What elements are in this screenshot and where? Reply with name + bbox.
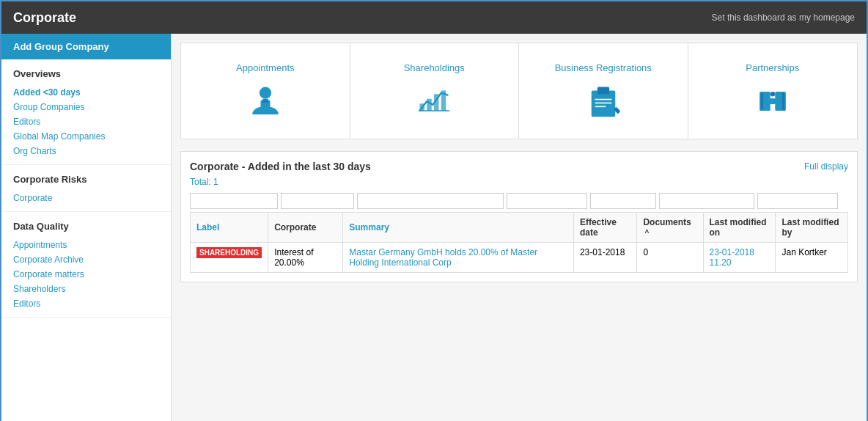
col-last-modified-by: Last modified by <box>776 213 848 243</box>
cell-last-modified-on: 23-01-2018 11.20 <box>703 243 776 273</box>
appointments-label: Appointments <box>236 62 295 73</box>
sidebar-section-corporate-risks: Corporate Risks Corporate <box>1 165 171 212</box>
sort-arrow-icon: ^ <box>644 229 649 237</box>
col-last-modified-on: Last modified on <box>703 213 776 243</box>
person-icon <box>246 82 284 120</box>
sidebar-item-corporate-matters[interactable]: Corporate matters <box>13 267 159 282</box>
shareholding-badge: SHAREHOLDING <box>196 247 262 258</box>
col-documents[interactable]: Documents ^ <box>637 213 703 243</box>
table-row: SHAREHOLDING Interest of 20.00% Mastar G… <box>191 243 848 273</box>
table-header: Label Corporate Summary Effective date D… <box>191 213 848 243</box>
shareholdings-label: Shareholdings <box>404 62 465 73</box>
table-title: Corporate - Added in the last 30 days <box>190 161 371 172</box>
filter-summary[interactable] <box>357 193 504 209</box>
sidebar-item-editors-overviews[interactable]: Editors <box>13 114 159 129</box>
svg-rect-13 <box>595 106 606 107</box>
quick-link-business-registrations[interactable]: Business Registrations <box>519 43 688 139</box>
cell-label: SHAREHOLDING <box>191 243 268 273</box>
sidebar-item-editors-dq[interactable]: Editors <box>13 296 159 311</box>
filter-documents[interactable] <box>590 193 656 209</box>
svg-rect-10 <box>597 87 609 94</box>
col-summary: Summary <box>343 213 574 243</box>
sidebar: Add Group Company Overviews Added <30 da… <box>1 34 172 421</box>
sidebar-item-shareholders[interactable]: Shareholders <box>13 282 159 296</box>
filter-effective-date[interactable] <box>507 193 587 209</box>
filter-last-modified-on[interactable] <box>659 193 754 209</box>
sidebar-item-group-companies[interactable]: Group Companies <box>13 100 159 114</box>
table-section: Corporate - Added in the last 30 days Fu… <box>180 151 858 282</box>
content-area: Appointments Shareholdings <box>172 34 867 421</box>
col-label: Label <box>191 213 268 243</box>
full-display-link[interactable]: Full display <box>804 161 848 172</box>
clipboard-icon <box>584 82 622 120</box>
svg-rect-6 <box>434 94 439 111</box>
data-quality-title: Data Quality <box>13 221 159 232</box>
svg-rect-7 <box>441 90 446 111</box>
sidebar-item-appointments-dq[interactable]: Appointments <box>13 238 159 252</box>
sidebar-item-corporate-archive[interactable]: Corporate Archive <box>13 252 159 267</box>
sidebar-section-data-quality: Data Quality Appointments Corporate Arch… <box>1 212 171 318</box>
total-row: Total: 1 <box>190 177 848 187</box>
add-group-company-button[interactable]: Add Group Company <box>1 34 171 59</box>
svg-rect-18 <box>761 92 763 109</box>
filter-last-modified-by[interactable] <box>757 193 838 209</box>
sidebar-item-org-charts[interactable]: Org Charts <box>13 144 159 158</box>
sidebar-section-overviews: Overviews Added <30 days Group Companies… <box>1 59 171 165</box>
svg-rect-5 <box>427 98 433 110</box>
svg-point-20 <box>770 92 776 97</box>
svg-rect-12 <box>595 102 611 103</box>
handshake-icon <box>754 82 792 120</box>
total-value: 1 <box>213 177 218 187</box>
col-effective-date: Effective date <box>573 213 636 243</box>
overviews-section-title: Overviews <box>13 68 159 79</box>
chart-icon <box>415 82 453 120</box>
quick-link-partnerships[interactable]: Partnerships <box>688 43 858 139</box>
app-header: Corporate Set this dashboard as my homep… <box>1 1 867 34</box>
svg-rect-19 <box>782 92 784 109</box>
sidebar-item-added-30-days[interactable]: Added <30 days <box>13 85 159 100</box>
business-registrations-label: Business Registrations <box>555 62 652 73</box>
cell-documents: 0 <box>637 243 703 273</box>
cell-summary: Mastar Germany GmbH holds 20.00% of Mast… <box>343 243 574 273</box>
corporate-risks-title: Corporate Risks <box>13 174 159 185</box>
svg-point-0 <box>260 87 271 98</box>
homepage-link[interactable]: Set this dashboard as my homepage <box>712 12 855 23</box>
quick-link-shareholdings[interactable]: Shareholdings <box>350 43 520 139</box>
sidebar-item-global-map[interactable]: Global Map Companies <box>13 129 159 144</box>
cell-corporate: Interest of 20.00% <box>268 243 343 273</box>
table-header-row: Corporate - Added in the last 30 days Fu… <box>190 161 848 172</box>
sidebar-item-corporate-risks[interactable]: Corporate <box>13 191 159 205</box>
svg-rect-4 <box>420 103 425 111</box>
quick-link-appointments[interactable]: Appointments <box>181 43 350 139</box>
filter-corporate[interactable] <box>281 193 354 209</box>
summary-link[interactable]: Mastar Germany GmbH holds 20.00% of Mast… <box>349 247 537 268</box>
filter-label[interactable] <box>190 193 278 209</box>
app-title: Corporate <box>13 10 76 26</box>
filter-row <box>190 193 848 209</box>
quick-links-grid: Appointments Shareholdings <box>180 43 858 139</box>
total-label: Total: <box>190 177 211 187</box>
cell-effective-date: 23-01-2018 <box>573 243 636 273</box>
svg-rect-11 <box>595 98 611 100</box>
data-table: Label Corporate Summary Effective date D… <box>190 212 848 273</box>
cell-last-modified-by: Jan Kortker <box>776 243 848 273</box>
partnerships-label: Partnerships <box>746 62 799 73</box>
last-modified-link[interactable]: 23-01-2018 11.20 <box>710 247 754 268</box>
col-corporate: Corporate <box>268 213 343 243</box>
